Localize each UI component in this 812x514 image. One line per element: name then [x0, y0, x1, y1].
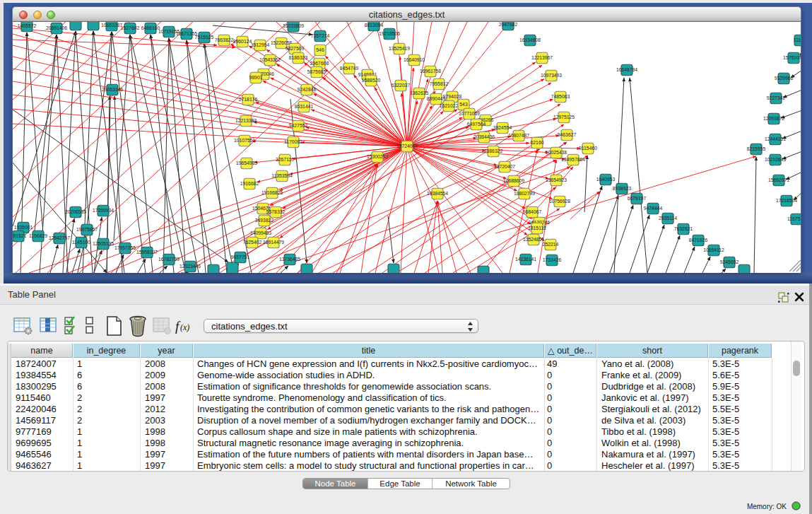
svg-text:9657791: 9657791 [231, 255, 250, 259]
svg-text:134957864: 134957864 [561, 157, 585, 162]
svg-text:9115460: 9115460 [579, 146, 597, 151]
svg-text:98901: 98901 [249, 75, 263, 80]
svg-text:10688609: 10688609 [503, 178, 524, 183]
svg-text:7625402: 7625402 [243, 240, 262, 245]
svg-text:1145190: 1145190 [72, 240, 90, 245]
svg-text:8186323: 8186323 [289, 55, 308, 60]
svg-text:3267110: 3267110 [276, 157, 294, 162]
svg-text:15751074: 15751074 [783, 55, 801, 60]
svg-text:10756928: 10756928 [549, 199, 570, 204]
svg-text:14099483: 14099483 [250, 230, 271, 235]
svg-text:6466160: 6466160 [141, 25, 160, 30]
svg-text:15692971: 15692971 [768, 177, 789, 182]
svg-text:19975857: 19975857 [76, 227, 98, 232]
svg-text:1815112: 1815112 [528, 226, 546, 230]
svg-text:16961758: 16961758 [420, 69, 441, 74]
svg-text:15300293: 15300293 [367, 154, 388, 159]
svg-text:546: 546 [316, 47, 324, 52]
svg-text:12975125: 12975125 [553, 115, 575, 119]
svg-text:12213383: 12213383 [235, 118, 257, 123]
svg-text:7955812: 7955812 [430, 81, 449, 86]
svg-text:9329966: 9329966 [775, 76, 794, 81]
svg-text:16154808: 16154808 [519, 37, 541, 42]
svg-text:2047682: 2047682 [499, 22, 518, 27]
svg-text:(x): (x) [180, 322, 189, 332]
svg-text:19166825: 19166825 [261, 190, 283, 195]
svg-text:1170081: 1170081 [284, 139, 302, 144]
svg-text:10654112: 10654112 [703, 247, 724, 252]
svg-text:9245652: 9245652 [720, 259, 739, 264]
svg-text:1916682: 1916682 [240, 181, 259, 186]
svg-text:18802749: 18802749 [514, 191, 535, 196]
svg-text:2935114: 2935114 [659, 216, 677, 221]
svg-text:1167531: 1167531 [787, 216, 801, 221]
svg-text:10653287: 10653287 [101, 23, 122, 28]
svg-text:1362635: 1362635 [410, 90, 429, 95]
svg-text:3912954: 3912954 [251, 42, 270, 47]
svg-text:8471626: 8471626 [689, 238, 708, 243]
svg-text:3824554: 3824554 [493, 125, 512, 130]
svg-text:10543362: 10543362 [259, 57, 281, 62]
svg-text:10771069: 10771069 [459, 111, 480, 116]
svg-text:10025438: 10025438 [546, 150, 567, 155]
svg-text:9327509: 9327509 [286, 46, 305, 51]
svg-text:13524851: 13524851 [523, 237, 544, 242]
svg-text:1588520: 1588520 [362, 78, 381, 83]
svg-text:12213967: 12213967 [531, 55, 553, 60]
svg-text:12444151: 12444151 [765, 136, 786, 141]
svg-text:1527602: 1527602 [121, 25, 140, 30]
svg-text:1156829: 1156829 [29, 233, 47, 238]
svg-text:12323446: 12323446 [180, 264, 201, 269]
svg-text:20364436: 20364436 [473, 134, 495, 139]
svg-text:7663822: 7663822 [215, 37, 234, 42]
svg-text:7485063: 7485063 [551, 94, 570, 99]
svg-text:13736485: 13736485 [279, 257, 300, 262]
svg-text:14136141: 14136141 [515, 257, 536, 262]
svg-text:13654923: 13654923 [546, 177, 567, 182]
svg-text:7632621: 7632621 [674, 226, 693, 231]
svg-text:10973493: 10973493 [541, 73, 562, 78]
svg-text:12942757: 12942757 [49, 235, 70, 240]
svg-text:8960124: 8960124 [233, 39, 252, 44]
svg-text:9474444: 9474444 [644, 206, 663, 211]
svg-text:16914479: 16914479 [263, 240, 284, 245]
svg-text:19384554: 19384554 [427, 191, 448, 196]
svg-text:2718176: 2718176 [239, 97, 258, 102]
svg-text:7357274: 7357274 [311, 33, 330, 38]
svg-text:17016504: 17016504 [776, 198, 797, 203]
svg-text:5578332: 5578332 [266, 209, 286, 214]
svg-text:10107551: 10107551 [234, 138, 255, 143]
svg-text:18724007: 18724007 [396, 144, 418, 148]
svg-text:11172: 11172 [794, 37, 801, 42]
svg-text:8938923: 8938923 [613, 186, 632, 191]
svg-text:1640953: 1640953 [596, 177, 616, 182]
svg-text:1733426: 1733426 [543, 257, 562, 262]
svg-text:17359934: 17359934 [93, 208, 114, 213]
svg-text:9242848: 9242848 [298, 87, 317, 92]
svg-text:13720407: 13720407 [494, 164, 515, 169]
svg-text:20691406: 20691406 [46, 25, 67, 30]
svg-text:3493822: 3493822 [255, 218, 274, 223]
svg-text:1621022: 1621022 [440, 103, 459, 108]
svg-text:6322037: 6322037 [392, 83, 411, 88]
svg-text:12093872: 12093872 [763, 116, 784, 121]
svg-text:16648784: 16648784 [616, 67, 637, 72]
svg-text:1405572: 1405572 [18, 23, 37, 28]
svg-text:543: 543 [459, 102, 468, 107]
svg-text:10210643: 10210643 [765, 157, 786, 162]
svg-text:16640910: 16640910 [404, 57, 425, 62]
svg-text:252214: 252214 [543, 242, 559, 247]
svg-text:10807487: 10807487 [508, 133, 529, 138]
svg-text:9427552: 9427552 [289, 123, 308, 128]
svg-text:8813054: 8813054 [365, 23, 384, 28]
svg-text:17957255: 17957255 [114, 245, 136, 250]
svg-text:12505135: 12505135 [93, 241, 114, 246]
svg-text:15958107: 15958107 [136, 250, 158, 255]
svg-text:16782759: 16782759 [158, 257, 180, 262]
svg-text:8031441: 8031441 [295, 104, 314, 109]
svg-text:62160: 62160 [531, 140, 544, 145]
svg-text:2967608: 2967608 [310, 61, 329, 66]
svg-text:6679197: 6679197 [628, 196, 647, 201]
svg-text:20206535: 20206535 [65, 209, 86, 214]
svg-text:11353594: 11353594 [271, 173, 293, 178]
